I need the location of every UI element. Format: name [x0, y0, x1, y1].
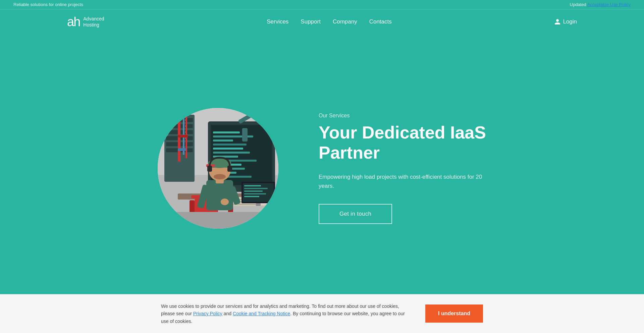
logo-brand-text: Advanced Hosting — [83, 16, 104, 28]
svg-rect-67 — [207, 166, 212, 172]
logo[interactable]: ah Advanced Hosting — [67, 15, 104, 28]
hero-section: Our Services Your Dedicated IaaS Partner… — [0, 34, 644, 309]
nav-company[interactable]: Company — [333, 18, 357, 25]
login-label: Login — [563, 18, 577, 25]
main-nav: Services Support Company Contacts — [267, 18, 392, 25]
acceptable-use-policy-link[interactable]: Acceptable Use Policy — [587, 2, 631, 7]
cookie-banner: We use cookies to provide our services a… — [0, 294, 644, 333]
svg-rect-49 — [244, 190, 263, 192]
header: ah Advanced Hosting Services Support Com… — [0, 9, 644, 34]
svg-rect-18 — [213, 140, 233, 142]
svg-rect-52 — [256, 203, 261, 206]
svg-rect-57 — [206, 180, 233, 210]
svg-point-60 — [221, 199, 229, 205]
cookie-accept-button[interactable]: I understand — [425, 304, 483, 323]
hero-title: Your Dedicated IaaS Partner — [319, 123, 486, 163]
logo-ah-text: ah — [67, 15, 80, 28]
svg-point-66 — [214, 174, 226, 179]
cookie-tracking-link[interactable]: Cookie and Tracking Notice — [233, 311, 290, 316]
svg-rect-51 — [244, 196, 259, 197]
hero-svg — [158, 108, 278, 229]
svg-rect-35 — [183, 108, 184, 155]
user-icon — [554, 18, 561, 25]
svg-rect-36 — [185, 108, 187, 158]
svg-rect-47 — [244, 185, 261, 186]
svg-rect-38 — [178, 148, 186, 151]
svg-rect-37 — [178, 135, 188, 137]
nav-contacts[interactable]: Contacts — [369, 18, 392, 25]
nav-support[interactable]: Support — [301, 18, 321, 25]
svg-rect-20 — [213, 148, 243, 150]
svg-rect-50 — [244, 193, 266, 195]
svg-rect-30 — [252, 108, 266, 113]
hero-content: Our Services Your Dedicated IaaS Partner… — [319, 113, 486, 224]
top-bar: Reliable solutions for online projects U… — [0, 0, 644, 9]
svg-rect-33 — [267, 111, 271, 116]
svg-rect-48 — [244, 188, 268, 189]
cookie-text: We use cookies to provide our services a… — [161, 302, 412, 325]
get-in-touch-button[interactable]: Get in touch — [319, 204, 392, 224]
hero-subtitle: Our Services — [319, 113, 486, 119]
svg-rect-32 — [264, 111, 268, 116]
svg-rect-16 — [213, 131, 240, 133]
svg-rect-68 — [227, 166, 232, 172]
svg-rect-21 — [213, 152, 250, 154]
svg-rect-19 — [213, 144, 247, 146]
svg-rect-31 — [266, 108, 269, 111]
privacy-policy-link[interactable]: Privacy Policy — [193, 311, 222, 316]
svg-rect-69 — [158, 212, 278, 229]
top-bar-left: Reliable solutions for online projects — [13, 2, 83, 7]
top-bar-right: Updated Acceptable Use Policy — [570, 2, 631, 7]
hero-illustration — [158, 108, 278, 229]
nav-services[interactable]: Services — [267, 18, 288, 25]
svg-rect-28 — [242, 128, 248, 142]
hero-description: Empowering high load projects with cost-… — [319, 172, 486, 190]
login-button[interactable]: Login — [554, 18, 577, 25]
